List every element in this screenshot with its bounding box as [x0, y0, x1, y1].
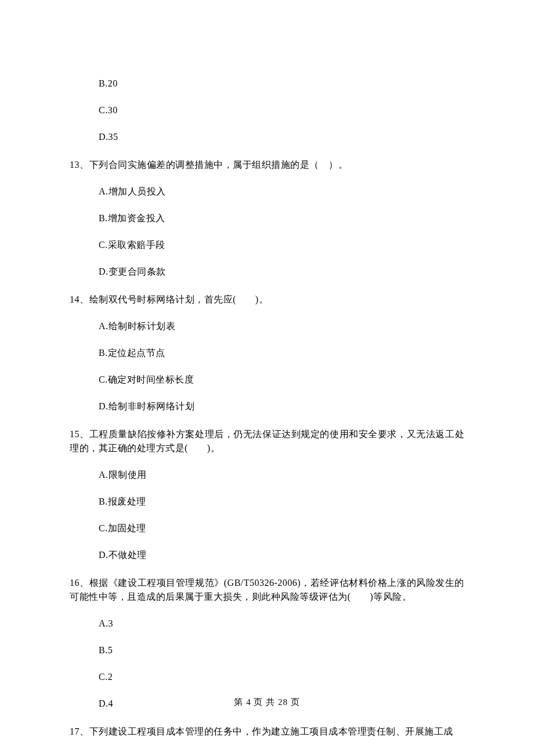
- question-stem: 16、根据《建设工程项目管理规范》(GB/T50326-2006)，若经评估材料…: [70, 576, 464, 604]
- option-text: A.增加人员投入: [99, 185, 464, 199]
- option-text: B.5: [99, 643, 464, 657]
- option-text: D.不做处理: [99, 548, 464, 562]
- page-content: B.20 C.30 D.35 13、下列合同实施偏差的调整措施中，属于组织措施的…: [70, 64, 464, 749]
- question-stem: 17、下列建设工程项目成本管理的任务中，作为建立施工项目成本管理责任制、开展施工…: [70, 725, 464, 739]
- option-text: A.限制使用: [99, 468, 464, 482]
- option-text: C.2: [99, 670, 464, 684]
- option-text: C.加固处理: [99, 521, 464, 535]
- option-text: B.报废处理: [99, 495, 464, 509]
- option-text: D.变更合同条款: [99, 265, 464, 279]
- option-text: B.20: [99, 77, 464, 91]
- option-text: A.3: [99, 617, 464, 631]
- option-text: B.定位起点节点: [99, 346, 464, 360]
- page-footer: 第 4 页 共 28 页: [0, 696, 534, 709]
- option-text: A.给制时标计划表: [99, 319, 464, 333]
- question-stem: 14、绘制双代号时标网络计划，首先应( )。: [70, 293, 464, 307]
- option-text: D.35: [99, 130, 464, 144]
- option-text: C.确定对时间坐标长度: [99, 373, 464, 387]
- option-text: C.30: [99, 103, 464, 117]
- option-text: B.增加资金投入: [99, 211, 464, 225]
- question-stem: 15、工程质量缺陷按修补方案处理后，仍无法保证达到规定的使用和安全要求，又无法返…: [70, 427, 464, 455]
- question-stem: 13、下列合同实施偏差的调整措施中，属于组织措施的是（ ）。: [70, 158, 464, 172]
- option-text: C.采取索赔手段: [99, 238, 464, 252]
- option-text: D.给制非时标网络计划: [99, 399, 464, 413]
